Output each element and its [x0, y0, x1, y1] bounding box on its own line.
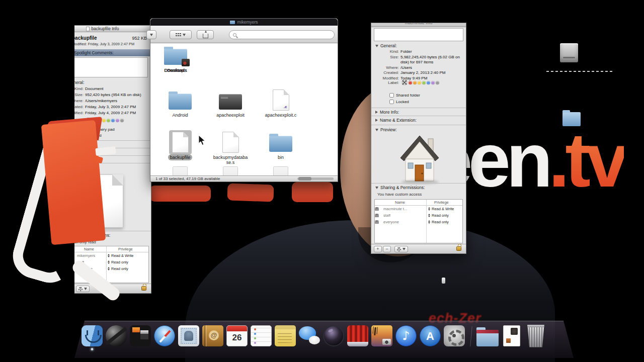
user-icon — [375, 220, 379, 224]
label-color-swatch[interactable] — [102, 119, 106, 122]
mail-dock-icon[interactable] — [177, 324, 200, 347]
stepper-icon[interactable] — [108, 254, 110, 257]
label-color-swatch[interactable] — [111, 119, 115, 122]
messages-dock-icon[interactable] — [298, 324, 321, 347]
file-apacheexploit-c[interactable]: .c apacheexploit.c — [256, 88, 306, 118]
desktop-folder-icon[interactable] — [562, 112, 581, 126]
finder-dock-icon[interactable] — [80, 324, 104, 347]
stepper-icon[interactable] — [428, 220, 430, 224]
view-mode-button[interactable] — [170, 30, 192, 39]
file-backupfile[interactable]: backupfile — [155, 130, 205, 160]
flag-checkbox-row[interactable]: Locked — [82, 133, 115, 138]
calendar-dock-icon[interactable]: 26 — [225, 324, 249, 347]
window-titlebar[interactable]: mikemyers — [150, 19, 338, 26]
label-none-swatch[interactable] — [87, 118, 92, 123]
iphoto-dock-icon[interactable] — [370, 324, 393, 347]
dark-media-app-dock-icon[interactable] — [129, 324, 152, 347]
file-backupmydatabase-s[interactable]: backupmydatabase.s — [205, 130, 256, 165]
file-apacheexploit[interactable]: apacheexploit — [205, 88, 256, 118]
label-none-swatch[interactable] — [402, 80, 407, 85]
photo-booth-dock-icon[interactable] — [346, 324, 369, 347]
dark-sphere-app-dock-icon[interactable] — [105, 324, 128, 347]
window-titlebar[interactable]: macminute Info — [371, 23, 466, 27]
folder-bin[interactable]: bin — [256, 130, 306, 160]
file-size: 952 KB — [132, 36, 147, 41]
back-button[interactable] — [146, 30, 156, 39]
section-header[interactable]: Name & Extension: — [371, 116, 466, 124]
system-preferences-dock-icon[interactable] — [443, 324, 466, 347]
checkbox-icon[interactable] — [389, 100, 394, 104]
itunes-dock-icon[interactable] — [394, 324, 418, 347]
label-color-swatch[interactable] — [436, 81, 439, 84]
remove-user-button[interactable]: − — [383, 246, 391, 252]
share-button[interactable] — [197, 30, 214, 39]
disclosure-triangle-icon[interactable] — [375, 129, 378, 131]
section-header[interactable]: More Info: — [371, 108, 466, 116]
spotlight-comments-field[interactable] — [374, 28, 463, 41]
label-color-swatch[interactable] — [93, 119, 97, 122]
label-color-swatch[interactable] — [120, 119, 124, 122]
label-color-swatch[interactable] — [427, 81, 430, 84]
disclosure-triangle-icon[interactable] — [375, 111, 378, 114]
stepper-icon[interactable] — [108, 260, 110, 264]
icon-size-slider[interactable] — [297, 177, 334, 180]
action-gear-button[interactable] — [76, 286, 90, 292]
stepper-icon[interactable] — [108, 267, 110, 270]
checkbox-icon[interactable] — [82, 133, 87, 138]
label-color-swatch[interactable] — [107, 119, 110, 122]
label-color-swatch[interactable] — [422, 81, 426, 84]
label-color-row: Label: — [371, 80, 439, 85]
flag-checkbox-row[interactable]: Stationery pad — [82, 127, 115, 132]
label-color-swatch[interactable] — [116, 119, 119, 122]
desktop-drive-icon[interactable] — [560, 43, 578, 62]
disclosure-triangle-icon[interactable] — [375, 45, 378, 47]
mouse-cursor — [198, 135, 206, 146]
search-input[interactable] — [229, 30, 335, 39]
contacts-dock-icon[interactable] — [201, 324, 224, 347]
general-section-header[interactable]: General: — [375, 43, 397, 48]
disclosure-triangle-icon[interactable] — [375, 119, 378, 122]
permission-row[interactable]: macminute t... Read & Write — [375, 206, 462, 212]
flag-checkbox-row[interactable]: Shared folder — [389, 93, 420, 98]
file-icon: .c — [273, 89, 289, 111]
slider-thumb[interactable] — [298, 177, 311, 180]
gear-icon — [397, 247, 401, 251]
label-caption: Label: — [371, 80, 400, 85]
stepper-icon[interactable] — [428, 214, 430, 217]
disclosure-triangle-icon[interactable] — [375, 187, 378, 189]
search-icon — [233, 33, 236, 37]
permission-row[interactable]: everyone Read only — [375, 219, 462, 225]
folder-stack-dock-icon[interactable] — [476, 324, 499, 347]
chevron-down-icon — [403, 248, 406, 250]
label-color-swatch[interactable] — [98, 119, 101, 122]
stepper-icon[interactable] — [428, 207, 430, 211]
flag-checkbox-row[interactable]: Locked — [389, 100, 420, 104]
checkbox-icon[interactable] — [82, 127, 87, 132]
permissions-table: Name Privilege macminute t... Read & Wri… — [374, 199, 463, 243]
file-icon — [269, 136, 292, 152]
dock-apps: 26 — [80, 324, 466, 347]
trash-dock-icon[interactable] — [524, 324, 547, 347]
lock-icon[interactable] — [456, 246, 461, 251]
checkbox-icon[interactable] — [389, 93, 394, 98]
permissions-table-header: Name Privilege — [375, 200, 462, 206]
camera-lens-app-dock-icon[interactable] — [322, 324, 345, 347]
file-android[interactable]: Android — [155, 88, 205, 118]
label-color-swatch[interactable] — [413, 81, 417, 84]
permission-row[interactable]: staff Read only — [375, 212, 462, 219]
label-color-swatch[interactable] — [418, 81, 421, 84]
add-user-button[interactable]: + — [374, 246, 382, 252]
label-color-swatch[interactable] — [431, 81, 435, 84]
notes-dock-icon[interactable] — [274, 324, 297, 347]
grid-view-icon — [176, 33, 177, 35]
app-store-dock-icon[interactable] — [419, 324, 442, 347]
sharing-section-header[interactable]: Sharing & Permissions: — [375, 185, 425, 190]
action-gear-button[interactable] — [394, 246, 408, 252]
label-color-swatch[interactable] — [409, 81, 412, 84]
preview-section-header[interactable]: Preview: — [371, 125, 466, 133]
reminders-dock-icon[interactable] — [250, 324, 273, 347]
lock-icon[interactable] — [141, 286, 146, 291]
safari-dock-icon[interactable] — [153, 324, 176, 347]
folder-downloads[interactable]: Downloads — [150, 43, 201, 73]
documents-stack-dock-icon[interactable] — [500, 324, 523, 347]
